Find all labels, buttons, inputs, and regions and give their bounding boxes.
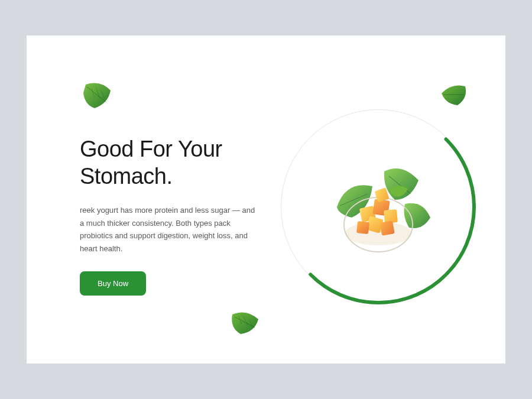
mint-leaf-icon — [80, 80, 115, 112]
hero-content: Good For Your Stomach. reek yogurt has m… — [80, 136, 257, 296]
hero-card: Good For Your Stomach. reek yogurt has m… — [27, 35, 505, 364]
svg-rect-8 — [356, 221, 369, 234]
svg-rect-7 — [379, 220, 394, 235]
product-image — [319, 148, 437, 266]
hero-heading: Good For Your Stomach. — [80, 136, 257, 190]
hero-description: reek yogurt has more protein and less su… — [80, 204, 257, 255]
mint-leaf-icon — [439, 82, 471, 108]
buy-now-button[interactable]: Buy Now — [80, 271, 146, 296]
hero-visual — [281, 109, 476, 304]
mint-leaf-icon — [228, 307, 263, 337]
